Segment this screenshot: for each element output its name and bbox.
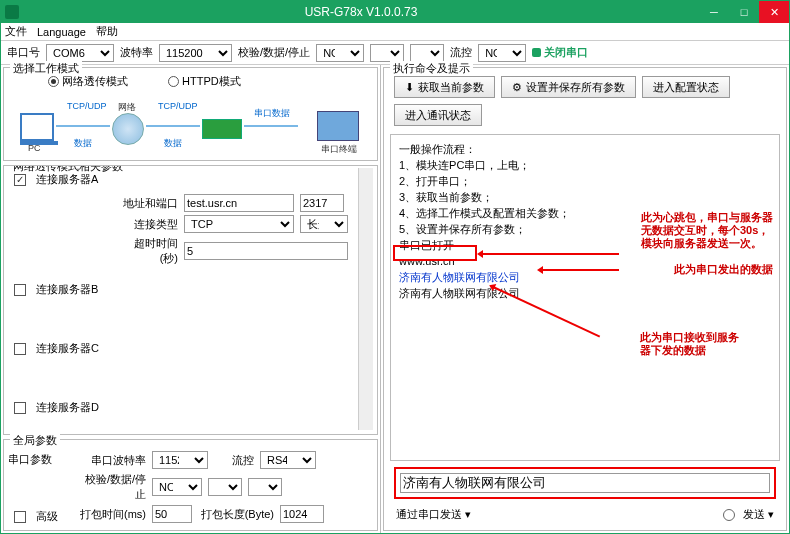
g-stop-select[interactable]: 1 xyxy=(248,478,282,496)
baud-select[interactable]: 115200 xyxy=(159,44,232,62)
arrow-2 xyxy=(539,269,619,271)
parity-label: 校验/数据/停止 xyxy=(238,45,310,60)
g-data-select[interactable]: 8 xyxy=(208,478,242,496)
packlen-input[interactable] xyxy=(280,505,324,523)
baud-label: 波特率 xyxy=(120,45,153,60)
window-title: USR-G78x V1.0.0.73 xyxy=(23,5,699,19)
checkbox-server-c[interactable] xyxy=(14,343,26,355)
log-area: 一般操作流程： 1、模块连PC串口，上电； 2、打开串口； 3、获取当前参数； … xyxy=(390,134,780,461)
conn-select[interactable]: 长连接 xyxy=(300,215,348,233)
minimize-button[interactable]: ─ xyxy=(699,1,729,23)
topology-diagram: PC TCP/UDP 数据 网络 TCP/UDP 数据 DTU 串口数据 串口终… xyxy=(12,95,369,153)
type-select[interactable]: TCP xyxy=(184,215,294,233)
addr-input[interactable] xyxy=(184,194,294,212)
timeout-input[interactable] xyxy=(184,242,348,260)
menu-help[interactable]: 帮助 xyxy=(96,24,118,39)
menubar: 文件 Language 帮助 xyxy=(1,23,789,41)
send-button[interactable]: 发送 ▾ xyxy=(743,507,774,522)
config-mode-button[interactable]: 进入配置状态 xyxy=(642,76,730,98)
radio-httpd-mode[interactable]: HTTPD模式 xyxy=(168,74,241,89)
download-icon: ⬇ xyxy=(405,81,414,94)
highlight-rect-url xyxy=(393,245,477,261)
menu-language[interactable]: Language xyxy=(37,26,86,38)
send-mode-dropdown[interactable]: 通过串口发送 ▾ xyxy=(396,507,471,522)
flow-label: 流控 xyxy=(450,45,472,60)
global-params-group: 全局参数 串口参数 串口波特率115200流控RS485 校验/数据/停止NON… xyxy=(3,439,378,531)
scrollbar[interactable] xyxy=(358,168,373,430)
gear-icon: ⚙ xyxy=(512,81,522,94)
port-select[interactable]: COM6 xyxy=(46,44,114,62)
checkbox-server-a[interactable] xyxy=(14,174,26,186)
close-button[interactable]: ✕ xyxy=(759,1,789,23)
set-params-button[interactable]: ⚙设置并保存所有参数 xyxy=(501,76,636,98)
terminal-icon xyxy=(317,111,359,141)
g-flow-select[interactable]: RS485 xyxy=(260,451,316,469)
flow-select[interactable]: NONE xyxy=(478,44,526,62)
status-dot-icon xyxy=(532,48,541,57)
stopbits-select[interactable]: 1 xyxy=(410,44,444,62)
arrow-1 xyxy=(479,253,619,255)
checkbox-advanced[interactable] xyxy=(14,511,26,523)
menu-file[interactable]: 文件 xyxy=(5,24,27,39)
checkbox-server-b[interactable] xyxy=(14,284,26,296)
cmd-group: 执行命令及提示 ⬇获取当前参数 ⚙设置并保存所有参数 进入配置状态 进入通讯状态… xyxy=(383,67,787,531)
globe-icon xyxy=(112,113,144,145)
serial-params-label: 串口参数 xyxy=(8,453,52,465)
comm-mode-button[interactable]: 进入通讯状态 xyxy=(394,104,482,126)
port-input[interactable] xyxy=(300,194,344,212)
parity-select[interactable]: NONE xyxy=(316,44,364,62)
pc-icon xyxy=(20,113,54,141)
annotation-2: 此为串口发出的数据 xyxy=(674,263,773,276)
checkbox-server-d[interactable] xyxy=(14,402,26,414)
radio-net-mode[interactable]: 网络透传模式 xyxy=(48,74,128,89)
databits-select[interactable]: 8 xyxy=(370,44,404,62)
maximize-button[interactable]: □ xyxy=(729,1,759,23)
app-icon xyxy=(5,5,19,19)
packtime-input[interactable] xyxy=(152,505,192,523)
send-input[interactable] xyxy=(400,473,770,493)
net-params-group: 网络透传模式相关参数 连接服务器A 地址和端口 连接类型TCP长连接 超时时间(… xyxy=(3,165,378,435)
send-input-box xyxy=(394,467,776,499)
g-parity-select[interactable]: NONE xyxy=(152,478,202,496)
settings-icon[interactable] xyxy=(723,509,735,521)
work-mode-group: 选择工作模式 网络透传模式 HTTPD模式 PC TCP/UDP 数据 网络 T… xyxy=(3,67,378,161)
get-params-button[interactable]: ⬇获取当前参数 xyxy=(394,76,495,98)
close-serial-link[interactable]: 关闭串口 xyxy=(532,45,588,60)
port-label: 串口号 xyxy=(7,45,40,60)
annotation-3: 此为串口接收到服务器下发的数据 xyxy=(640,331,739,357)
annotation-1: 此为心跳包，串口与服务器无数据交互时，每个30s，模块向服务器发送一次。 xyxy=(641,211,773,250)
titlebar: USR-G78x V1.0.0.73 ─ □ ✕ xyxy=(1,1,789,23)
g-baud-select[interactable]: 115200 xyxy=(152,451,208,469)
dtu-icon xyxy=(202,119,242,139)
